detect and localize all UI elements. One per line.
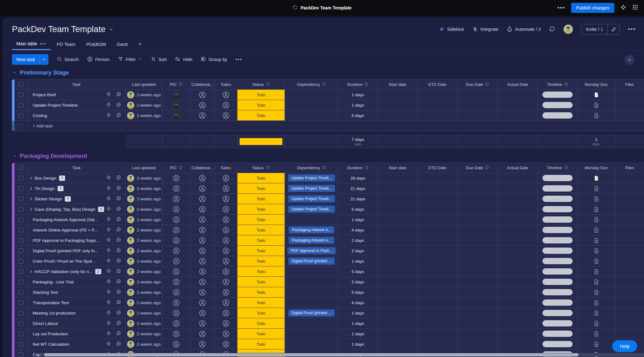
horizontal-scrollbar[interactable] [40,353,644,357]
due-date-cell[interactable] [458,298,498,308]
monday-doc-cell[interactable] [578,256,615,266]
duration-cell[interactable]: 2 days [338,235,378,246]
timeline-cell[interactable]: - [538,246,578,256]
timeline-cell[interactable]: - [538,277,578,287]
doc-icon[interactable] [593,258,599,264]
status-cell[interactable]: Todo [237,298,285,308]
status-label[interactable]: Todo [237,246,285,256]
row-checkbox[interactable] [19,186,23,191]
timeline-pill[interactable]: - [542,92,573,98]
tab-pd-team[interactable]: PD Team [53,39,80,50]
tab-gantt[interactable]: Gantt [112,39,132,50]
collaborators-cell[interactable] [190,318,215,329]
files-cell[interactable] [615,246,644,256]
link-icon[interactable] [608,24,619,34]
status-label[interactable]: Todo [237,110,285,120]
pic-cell[interactable] [163,183,190,194]
search-button[interactable]: Search [57,56,79,63]
actual-date-cell[interactable] [498,298,538,308]
status-label[interactable]: Todo [237,100,285,110]
column-header-files[interactable]: Files [615,79,644,90]
last-updated-cell[interactable]: 2 weeks ago [125,246,163,256]
start-date-cell[interactable] [378,308,418,318]
dependency-chip[interactable]: Packaging Artwork A... [289,237,334,244]
files-cell[interactable] [615,194,644,204]
timeline-pill[interactable]: - [542,341,573,347]
etd-date-cell[interactable] [418,235,458,246]
files-cell[interactable] [615,204,644,215]
add-update-icon[interactable] [116,206,121,212]
collaborators-cell[interactable] [190,225,215,235]
collaborators-cell[interactable] [190,277,215,287]
due-date-cell[interactable] [458,308,498,318]
add-update-icon[interactable] [116,320,121,326]
timeline-pill[interactable]: - [542,175,573,181]
pic-cell[interactable] [163,173,190,183]
status-cell[interactable]: Todo [237,90,285,100]
person-placeholder-icon[interactable] [199,112,206,119]
due-date-cell[interactable] [458,100,498,110]
new-task-button[interactable]: New task [12,54,48,65]
group-collapse-icon[interactable] [13,69,17,76]
actual-date-cell[interactable] [498,204,538,215]
status-label[interactable]: Todo [237,194,285,204]
doc-icon[interactable] [593,186,599,192]
status-cell[interactable]: Todo [237,225,285,235]
actual-date-cell[interactable] [498,339,538,349]
status-label[interactable]: Todo [237,256,285,266]
sales-cell[interactable] [215,225,237,235]
files-cell[interactable] [615,329,644,339]
monday-doc-cell[interactable] [578,246,615,256]
ai-sparkle-icon[interactable] [106,258,111,264]
person-placeholder-icon[interactable] [173,175,180,182]
collaborators-cell[interactable] [190,204,215,215]
ai-sparkle-icon[interactable] [106,196,111,202]
task-name[interactable]: Case (Display, Top, Box) Design [35,207,95,212]
status-label[interactable]: Todo [237,339,285,349]
tab-menu-icon[interactable]: ••• [40,40,46,47]
status-label[interactable]: Todo [237,90,285,100]
apps-grid-icon[interactable] [632,4,638,12]
last-updated-cell[interactable]: 2 weeks ago [125,318,163,329]
start-date-cell[interactable] [378,329,418,339]
dependency-cell[interactable] [285,329,338,339]
chat-icon[interactable] [549,26,555,33]
person-placeholder-icon[interactable] [173,320,180,327]
collaborators-cell[interactable] [190,183,215,194]
monday-doc-cell[interactable] [578,225,615,235]
due-date-cell[interactable] [458,215,498,225]
pic-cell[interactable] [163,246,190,256]
actual-date-cell[interactable] [498,194,538,204]
column-header-dur[interactable]: Duration [338,163,378,173]
column-header-sales[interactable]: Sales [215,79,237,90]
timeline-cell[interactable]: - [538,204,578,215]
actual-date-cell[interactable] [498,90,538,100]
person-placeholder-icon[interactable] [199,330,206,337]
column-header-upd[interactable]: Last updated [125,163,163,173]
status-cell[interactable]: Todo [237,173,285,183]
duration-cell[interactable]: 5 days [338,110,378,121]
etd-date-cell[interactable] [418,329,458,339]
collaborators-cell[interactable] [190,287,215,298]
person-placeholder-icon[interactable] [199,268,206,275]
ai-sparkle-icon[interactable] [106,227,111,233]
board-title[interactable]: PackDev Team Template [12,25,114,34]
person-placeholder-icon[interactable] [222,330,230,337]
start-date-cell[interactable] [378,204,418,215]
status-cell[interactable]: Todo [237,235,285,246]
expand-chevron-icon[interactable] [29,207,33,211]
ai-sparkle-icon[interactable] [106,279,111,285]
files-cell[interactable] [615,266,644,277]
column-header-etd[interactable]: ETD Date [418,79,458,90]
task-name[interactable]: Net WT Calculation [33,342,69,347]
ai-sparkle-icon[interactable] [106,185,111,192]
dependency-cell[interactable]: Packaging Artwork A... [285,225,338,235]
actual-date-cell[interactable] [498,100,538,110]
etd-date-cell[interactable] [418,173,458,183]
actual-date-cell[interactable] [498,256,538,266]
person-placeholder-icon[interactable] [222,195,230,203]
last-updated-cell[interactable]: 2 weeks ago [125,204,163,215]
pic-cell[interactable] [163,194,190,204]
add-update-icon[interactable] [116,175,121,181]
person-placeholder-icon[interactable] [173,247,180,254]
